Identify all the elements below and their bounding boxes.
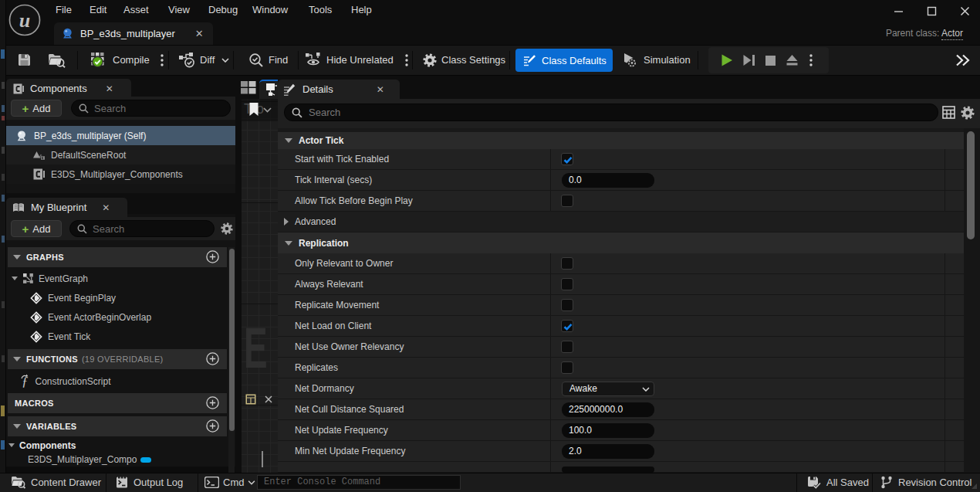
svg-text:u: u bbox=[19, 9, 30, 32]
